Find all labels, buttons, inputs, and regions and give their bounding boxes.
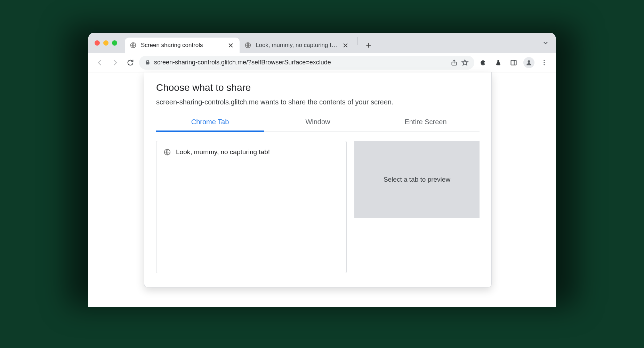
profile-button[interactable] <box>522 56 536 69</box>
labs-button[interactable] <box>492 56 505 69</box>
share-tab-list: Look, mummy, no capturing tab! <box>156 141 347 273</box>
share-picker-dialog: Choose what to share screen-sharing-cont… <box>144 72 492 287</box>
url-text: screen-sharing-controls.glitch.me/?selfB… <box>154 59 447 66</box>
svg-rect-2 <box>146 62 150 64</box>
dialog-subtitle: screen-sharing-controls.glitch.me wants … <box>156 98 480 106</box>
share-preview-panel: Select a tab to preview <box>354 141 480 273</box>
share-source-tabs: Chrome Tab Window Entire Screen <box>156 113 480 132</box>
overflow-menu-button[interactable] <box>538 56 551 69</box>
back-button[interactable] <box>93 56 106 69</box>
globe-icon <box>130 42 137 49</box>
share-tab-list-item[interactable]: Look, mummy, no capturing tab! <box>162 146 341 158</box>
globe-icon <box>244 42 251 49</box>
share-tab-entire-screen[interactable]: Entire Screen <box>372 113 480 132</box>
tab-strip: Screen sharing controls Look, mummy, no … <box>88 33 556 53</box>
reload-button[interactable] <box>124 56 137 69</box>
window-close-icon[interactable] <box>95 40 100 46</box>
svg-point-7 <box>544 62 545 63</box>
share-tab-chrome-tab[interactable]: Chrome Tab <box>156 113 264 132</box>
share-preview-placeholder: Select a tab to preview <box>354 141 480 218</box>
share-tab-item-title: Look, mummy, no capturing tab! <box>176 148 270 156</box>
dialog-title: Choose what to share <box>156 82 480 93</box>
browser-window: Screen sharing controls Look, mummy, no … <box>88 33 556 307</box>
svg-point-8 <box>544 64 545 65</box>
browser-tab[interactable]: Look, mummy, no capturing tab <box>240 38 354 53</box>
tab-separator <box>357 37 357 45</box>
new-tab-button[interactable] <box>362 39 375 52</box>
avatar-icon <box>523 57 534 68</box>
window-traffic-lights <box>95 33 125 53</box>
browser-tab-active[interactable]: Screen sharing controls <box>125 38 240 53</box>
window-maximize-icon[interactable] <box>112 40 117 46</box>
share-tab-window[interactable]: Window <box>264 113 372 132</box>
close-icon[interactable] <box>227 43 235 48</box>
lock-icon <box>145 60 151 65</box>
tab-title: Look, mummy, no capturing tab <box>256 42 337 49</box>
window-minimize-icon[interactable] <box>103 40 108 46</box>
svg-point-5 <box>528 60 530 63</box>
address-bar[interactable]: screen-sharing-controls.glitch.me/?selfB… <box>139 56 474 70</box>
star-icon[interactable] <box>461 59 469 66</box>
side-panel-button[interactable] <box>507 56 520 69</box>
page-viewport: Choose what to share screen-sharing-cont… <box>88 72 556 307</box>
extensions-button[interactable] <box>476 56 490 69</box>
svg-rect-4 <box>511 60 516 65</box>
tab-title: Screen sharing controls <box>141 42 223 49</box>
tab-overflow-chevron-icon[interactable] <box>542 39 549 47</box>
close-icon[interactable] <box>341 43 349 48</box>
globe-icon <box>163 148 171 156</box>
forward-button[interactable] <box>108 56 122 69</box>
browser-toolbar: screen-sharing-controls.glitch.me/?selfB… <box>88 53 556 72</box>
svg-point-6 <box>544 60 545 61</box>
share-icon[interactable] <box>451 59 458 66</box>
